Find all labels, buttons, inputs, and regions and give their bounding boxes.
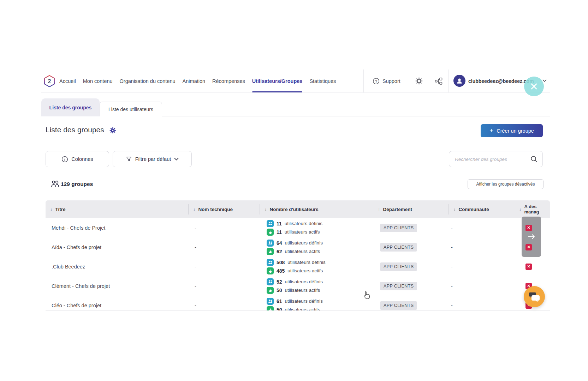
users-defined-icon xyxy=(267,278,274,285)
settings-gear-icon[interactable] xyxy=(415,77,423,85)
has-managers-no-icon[interactable]: ✕ xyxy=(525,225,532,231)
chat-bubbles-icon xyxy=(528,291,540,302)
groups-icon xyxy=(51,180,60,188)
column-header-departement[interactable]: ↑ Département xyxy=(378,200,412,218)
tab-label: Liste des utilisateurs xyxy=(108,107,153,112)
horizontal-scroll-handle[interactable] xyxy=(522,217,541,257)
search-icon[interactable] xyxy=(530,156,537,163)
group-search xyxy=(449,151,543,167)
table-row[interactable]: Aïda - Chefs de projet - 64 utilisateurs… xyxy=(46,237,550,257)
nav-item-mon-contenu[interactable]: Mon contenu xyxy=(83,69,113,92)
column-header-communaute[interactable]: ↓ Communauté xyxy=(453,200,489,218)
user-counts: 11 utilisateurs définis 11 utilisateurs … xyxy=(267,218,322,237)
nav-item-recompenses[interactable]: Récompenses xyxy=(212,69,245,92)
group-title: .Club Beedeez xyxy=(52,264,85,270)
users-defined-icon xyxy=(267,259,274,266)
header-divider xyxy=(449,204,449,214)
group-title: Clément - Chefs de projet xyxy=(52,283,110,289)
support-button[interactable]: ? Support xyxy=(373,69,400,92)
community-value: - xyxy=(451,225,453,231)
nav-divider xyxy=(409,69,409,92)
nav-item-utilisateurs-groupes[interactable]: Utilisateurs/Groupes xyxy=(252,69,303,92)
column-header-nombre-utilisateurs[interactable]: ↓ Nombre d'utilisateurs xyxy=(265,200,319,218)
show-disabled-groups-label: Afficher les groupes désactivés xyxy=(476,182,535,187)
table-row[interactable]: Mehdi - Chefs de Projet - 11 utilisateur… xyxy=(46,218,550,238)
show-disabled-groups-button[interactable]: Afficher les groupes désactivés xyxy=(468,179,544,189)
has-managers-no-icon[interactable]: ✕ xyxy=(525,244,532,250)
header-divider xyxy=(188,204,189,214)
tab-liste-des-groupes[interactable]: Liste des groupes xyxy=(41,98,100,116)
table-row[interactable]: Clément - Chefs de projet - 52 utilisate… xyxy=(46,276,550,296)
tab-liste-des-utilisateurs[interactable]: Liste des utilisateurs xyxy=(100,102,162,116)
nav-item-accueil[interactable]: Accueil xyxy=(59,69,76,92)
search-groups-input[interactable] xyxy=(449,157,530,162)
help-circle-icon: ? xyxy=(373,78,380,85)
sort-down-icon: ↓ xyxy=(519,207,522,212)
header-divider xyxy=(260,204,260,214)
sort-down-icon: ↓ xyxy=(265,207,267,212)
community-value: - xyxy=(451,244,453,250)
community-value: - xyxy=(451,303,453,308)
columns-label: Colonnes xyxy=(71,156,93,162)
technical-name: - xyxy=(195,283,196,289)
users-defined-icon xyxy=(267,220,274,227)
table-header: ↓ Titre ↓ Nom technique ↓ Nombre d'utili… xyxy=(46,200,550,218)
info-icon xyxy=(61,156,68,163)
header-divider xyxy=(515,204,515,214)
users-active-icon xyxy=(267,306,274,311)
has-managers-no-icon[interactable]: ✕ xyxy=(525,264,532,270)
sort-down-icon: ↓ xyxy=(50,207,53,212)
users-active-icon xyxy=(267,287,274,294)
technical-name: - xyxy=(195,244,196,250)
users-active-icon xyxy=(267,248,274,255)
table-row[interactable]: .Club Beedeez - 508 utilisateurs définis… xyxy=(46,257,550,277)
create-group-button[interactable]: + Créer un groupe xyxy=(481,124,543,137)
nav-item-animation[interactable]: Animation xyxy=(183,69,205,92)
technical-name: - xyxy=(195,225,196,231)
arrow-right-icon xyxy=(527,234,536,240)
beedeez-logo[interactable]: 2 xyxy=(43,75,55,87)
department-badge: APP CLIENTS xyxy=(380,224,417,232)
community-value: - xyxy=(451,283,453,289)
plus-icon: + xyxy=(489,127,493,134)
sort-up-icon: ↑ xyxy=(378,207,380,212)
org-chart-icon[interactable] xyxy=(434,77,443,85)
column-header-nom-technique[interactable]: ↓ Nom technique xyxy=(193,200,233,218)
page-settings-gear-icon[interactable] xyxy=(109,127,116,134)
user-counts: 61 utilisateurs définis 50 utilisateurs … xyxy=(267,296,323,311)
users-defined-icon xyxy=(267,298,274,305)
default-filter-button[interactable]: Filtre par défaut xyxy=(113,151,192,167)
chevron-down-icon[interactable] xyxy=(542,79,547,82)
users-active-count: 50 xyxy=(277,288,282,293)
table-row[interactable]: Cléo - Chefs de projet - 61 utilisateurs… xyxy=(46,296,550,311)
users-defined-count: 61 xyxy=(277,298,282,304)
close-icon xyxy=(530,83,538,90)
user-counts: 508 utilisateurs définis 485 utilisateur… xyxy=(267,257,326,276)
groups-table-body: Mehdi - Chefs de Projet - 11 utilisateur… xyxy=(46,218,550,311)
svg-text:2: 2 xyxy=(48,78,51,84)
column-header-titre[interactable]: ↓ Titre xyxy=(50,200,66,218)
users-defined-count: 64 xyxy=(277,240,282,246)
column-header-a-des-managers[interactable]: ↓ A des manag xyxy=(519,200,549,218)
account-email[interactable]: clubbeedeez@beedeez.com xyxy=(468,69,534,92)
community-value: - xyxy=(451,264,453,270)
chat-widget-button[interactable] xyxy=(524,286,545,307)
sort-down-icon: ↓ xyxy=(193,207,196,212)
filter-label: Filtre par défaut xyxy=(135,156,171,162)
header-divider xyxy=(373,204,373,214)
user-avatar[interactable] xyxy=(453,75,465,87)
nav-item-organisation-du-contenu[interactable]: Organisation du contenu xyxy=(120,69,176,92)
nav-item-statistiques[interactable]: Statistiques xyxy=(309,69,336,92)
page-title: Liste des groupes xyxy=(46,126,104,134)
group-title: Mehdi - Chefs de Projet xyxy=(52,225,105,231)
users-defined-icon xyxy=(267,240,274,247)
columns-button[interactable]: Colonnes xyxy=(46,151,109,167)
users-active-count: 62 xyxy=(277,249,282,254)
department-badge: APP CLIENTS xyxy=(380,243,417,252)
chevron-down-icon xyxy=(174,158,179,161)
top-nav-bar: 2 Accueil Mon contenu Organisation du co… xyxy=(41,69,550,93)
close-overlay-button[interactable] xyxy=(524,77,544,96)
svg-text:?: ? xyxy=(375,79,378,83)
department-badge: APP CLIENTS xyxy=(380,262,417,271)
users-active-count: 485 xyxy=(277,268,285,274)
